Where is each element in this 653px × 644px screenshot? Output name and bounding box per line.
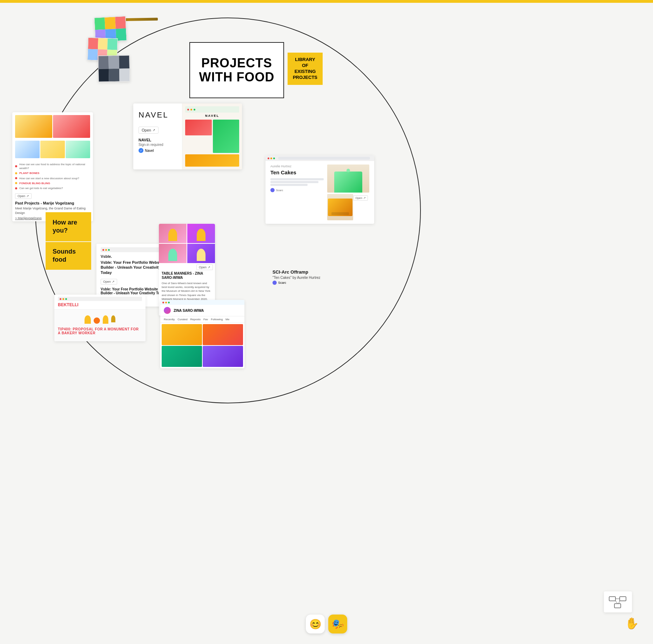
zina-nav-following: Following [211,318,223,321]
navel-preview-grid [185,120,239,153]
sciarc-browser-bar [265,155,374,161]
photo-stack [88,17,137,87]
zina-nav-me: Me [225,318,229,321]
hand-cursor-icon: ✋ [625,617,639,630]
external-link-icon: ↗ [363,196,366,200]
desc-line-2 [270,181,318,183]
sciarc-text-below: SCI-Arc Offramp "Ten Cakes" by Aurelie H… [272,269,321,285]
navel-sign-in-text: Sign-in required [139,143,177,147]
desc-line-1 [270,178,324,180]
character-icon: 🎭 [332,618,344,630]
vsble-browser-bar [101,247,168,252]
zina-nav: Recently Curated Reposts Fav Following M… [160,316,244,323]
marije-sub-img-1 [15,141,40,158]
sciarc-desc-lines [270,178,324,186]
marije-open-button[interactable]: Open ↗ [15,193,32,199]
tm-open-row: Open ↗ [159,263,215,271]
zina-img-3 [162,346,202,367]
bakery-card: BEKTELLI TIP400: PROPOSAL FOR A MONUMENT… [54,295,146,341]
sciarc-text-title: SCI-Arc Offramp [272,269,321,275]
navel-badge: ✓ Navel [139,148,177,153]
sciarc-text-sub: "Ten Cakes" by Aurelie Hurtrez [272,276,321,280]
desc-line-3 [270,184,308,186]
library-tag-text: LIBRARYOFEXISTINGPROJECTS [293,57,317,80]
sciarc-badge-label: Scarc [278,281,286,284]
emoji-button[interactable]: 😊 [306,615,325,633]
link-dot-3 [15,177,17,179]
navel-preview-title: NAVEL [185,114,239,118]
bakery-browser-bar [58,297,142,301]
svg-line-3 [615,601,618,604]
vsble-logo: Vsble. [101,254,168,259]
vsble-open-button[interactable]: Open ↗ [101,279,117,284]
sciarc-right: Open ↗ [327,165,369,220]
zina-header-bar: ZINA SARO-WIWA [160,305,244,316]
sticky-text-sounds-food: Sounds food [53,248,84,264]
food-photo-3 [98,55,130,82]
sciarc-open-button[interactable]: Open ↗ [353,195,368,201]
navel-card-name: NAVEL [139,138,177,142]
sciarc-site-name: Aurelie Hurtrez [270,165,324,168]
navel-open-button[interactable]: Open ↗ [139,127,159,134]
vsble-card-name: Vsble: Your Free Portfolio Website Build… [101,287,168,295]
sciarc-left: Aurelie Hurtrez Ten Cakes Scarc [270,165,324,220]
bakery-headline: TIP400: PROPOSAL FOR A MONUMENT FOR A BA… [58,327,142,335]
emoji-icon: 😊 [309,618,322,630]
tm-open-button[interactable]: Open ↗ [196,264,213,270]
sciarc-meta: Scarc [270,188,324,192]
sciarc-card: Aurelie Hurtrez Ten Cakes Scarc [265,155,374,224]
marije-sub-images [12,141,93,161]
marije-sub-img-3 [66,141,90,158]
marije-img-2 [53,115,90,138]
sticky-note-sounds-food: Sounds food [46,242,91,270]
sciarc-img-bottom [327,194,353,220]
tm-img-1 [159,224,187,243]
marije-card-title: Past Projects - Marije Vogelzang [15,201,90,205]
link-dot-1 [15,165,17,167]
node-diagram-svg [607,595,628,609]
zina-img-4 [203,346,243,367]
sciarc-content: Aurelie Hurtrez Ten Cakes Scarc [265,161,374,224]
character-button[interactable]: 🎭 [328,615,347,633]
zina-name: ZINA SARO-WIWA [174,309,204,313]
central-title: PROJECTS WITH FOOD [199,56,275,84]
zina-nav-recently: Recently [164,318,175,321]
navel-card-left: NAVEL Open ↗ NAVEL Sign-in required ✓ Na… [133,103,182,169]
navel-preview-img-1 [185,120,212,135]
external-link-icon: ↗ [153,128,155,132]
navel-card-preview: NAVEL [182,103,242,169]
zina-browser-bar [160,300,244,305]
zina-img-2 [203,324,243,345]
navel-badge-icon: ✓ [139,148,143,153]
bakery-logo: BEKTELLI [58,302,142,307]
library-tag[interactable]: LIBRARYOFEXISTINGPROJECTS [288,53,323,85]
sticky-note-how-are-you: How are you? [46,212,91,241]
svg-rect-0 [609,597,615,601]
bakery-header: BEKTELLI [54,295,146,310]
external-link-icon: ↗ [112,280,115,283]
zina-image-grid [160,323,244,368]
svg-line-4 [619,601,620,604]
marije-card: How can we use food to address the topic… [12,112,93,221]
marije-images [12,112,93,141]
sciarc-badge-text: Scarc [276,189,283,192]
sciarc-meta-icon [270,188,275,192]
sciarc-badge-icon [272,281,277,285]
link-dot-2 [15,172,17,174]
top-bar [0,0,653,3]
bottom-toolbar: 😊 🎭 [306,615,347,633]
navel-preview-img-2 [213,120,240,153]
zina-nav-reposts: Reposts [190,318,201,321]
bakery-objects [58,315,142,324]
tm-img-3 [159,244,187,263]
external-link-icon: ↗ [208,266,210,269]
svg-rect-1 [620,597,626,601]
mini-node-diagram [604,591,632,612]
navel-preview-img-3 [185,154,239,167]
central-title-box: PROJECTS WITH FOOD [189,42,284,98]
tm-card-title: TABLE MANNERS - ZINA SARO-WIWA [159,271,215,280]
vsble-headline: Vsble: Your Free Portfolio Website Build… [101,260,168,275]
zina-nav-fav: Fav [203,318,208,321]
food-photos-cluster [88,17,137,87]
navel-card: NAVEL Open ↗ NAVEL Sign-in required ✓ Na… [133,103,242,169]
